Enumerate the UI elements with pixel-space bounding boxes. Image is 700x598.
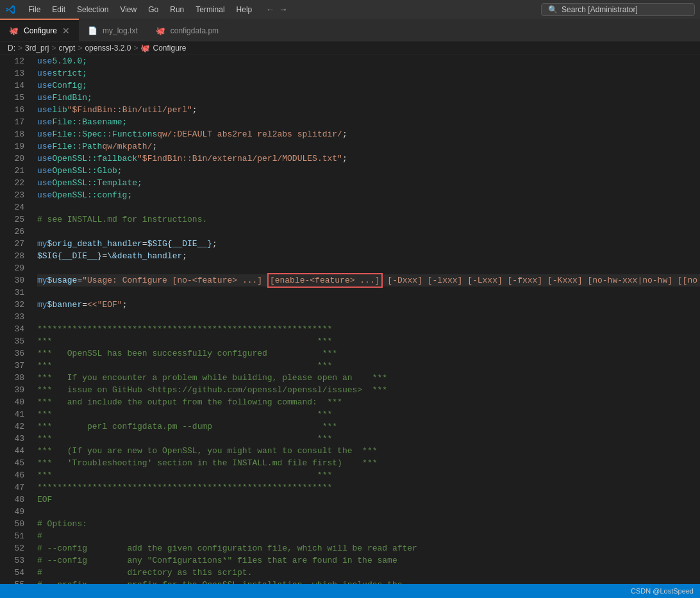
line-number-42: 42 (13, 420, 24, 433)
code-line-33 (37, 311, 700, 323)
line-numbers: 1213141516171819202122232425262728293031… (0, 55, 32, 584)
line-number-22: 22 (13, 177, 24, 189)
line-number-21: 21 (13, 165, 24, 177)
code-line-47: ****************************************… (37, 481, 700, 494)
line-number-43: 43 (13, 433, 24, 445)
code-line-21: use OpenSSL::Glob; (37, 165, 700, 177)
line-number-17: 17 (13, 116, 24, 128)
line-number-50: 50 (13, 518, 24, 530)
back-arrow[interactable]: ← (265, 3, 275, 16)
menu-edit[interactable]: Edit (47, 4, 71, 15)
line-number-25: 25 (13, 213, 24, 226)
code-line-45: *** 'Troubleshooting' section in the INS… (37, 457, 700, 469)
code-line-28: $SIG{__DIE__} = \&death_handler; (37, 250, 700, 262)
titlebar: File Edit Selection View Go Run Terminal… (0, 0, 700, 19)
code-line-48: EOF (37, 494, 700, 506)
menu-selection[interactable]: Selection (72, 4, 113, 15)
code-line-25: # see INSTALL.md for instructions. (37, 213, 700, 226)
crumb-icon: 🐙 (140, 44, 150, 53)
line-number-31: 31 (13, 287, 24, 299)
code-line-54: # directory as this script. (37, 567, 700, 579)
code-line-42: *** perl configdata.pm --dump *** (37, 420, 700, 433)
code-line-31 (37, 287, 700, 299)
line-number-46: 46 (13, 469, 24, 481)
crumb-3rdprj[interactable]: 3rd_prj (25, 44, 49, 53)
crumb-openssl[interactable]: openssl-3.2.0 (85, 44, 131, 53)
crumb-drive[interactable]: D: (8, 44, 15, 53)
line-number-51: 51 (13, 530, 24, 542)
line-number-13: 13 (13, 67, 24, 79)
line-number-54: 54 (13, 567, 24, 579)
menu-view[interactable]: View (115, 4, 142, 15)
code-line-43: *** *** (37, 433, 700, 445)
line-number-14: 14 (13, 79, 24, 92)
search-icon: 🔍 (548, 5, 558, 14)
line-number-15: 15 (13, 92, 24, 104)
line-number-34: 34 (13, 323, 24, 335)
menu-bar: File Edit Selection View Go Run Terminal… (23, 4, 257, 15)
code-line-52: # --config add the given configuration f… (37, 542, 700, 554)
line-number-12: 12 (13, 55, 24, 67)
line-number-45: 45 (13, 457, 24, 469)
line-number-20: 20 (13, 153, 24, 165)
line-number-36: 36 (13, 347, 24, 360)
tab-mylog[interactable]: 📄 my_log.txt (79, 19, 147, 41)
code-line-35: *** *** (37, 335, 700, 347)
code-line-30: my $usage="Usage: Configure [no-<feature… (37, 274, 700, 287)
line-number-38: 38 (13, 372, 24, 384)
editor: 1213141516171819202122232425262728293031… (0, 55, 700, 584)
tab-mylog-icon: 📄 (88, 26, 97, 35)
tab-configure[interactable]: 🐙 Configure ✕ (0, 19, 79, 41)
code-line-26 (37, 226, 700, 238)
menu-file[interactable]: File (23, 4, 46, 15)
menu-terminal[interactable]: Terminal (190, 4, 229, 15)
code-line-36: *** OpenSSL has been successfully config… (37, 347, 700, 360)
code-line-46: *** *** (37, 469, 700, 481)
line-number-33: 33 (13, 311, 24, 323)
code-line-34: ****************************************… (37, 323, 700, 335)
code-area[interactable]: use 5.10.0;use strict;use Config;use Fin… (32, 55, 700, 584)
crumb-crypt[interactable]: crypt (58, 44, 75, 53)
forward-arrow[interactable]: → (278, 3, 288, 16)
code-line-24 (37, 201, 700, 213)
line-number-30: 30 (13, 274, 24, 287)
line-number-52: 52 (13, 542, 24, 554)
line-number-18: 18 (13, 128, 24, 140)
code-line-20: use OpenSSL::fallback "$FindBin::Bin/ext… (37, 153, 700, 165)
code-line-23: use OpenSSL::config; (37, 189, 700, 201)
line-number-41: 41 (13, 408, 24, 420)
code-line-27: my $orig_death_handler = $SIG{__DIE__}; (37, 238, 700, 250)
code-line-37: *** *** (37, 360, 700, 372)
code-line-49 (37, 506, 700, 518)
menu-go[interactable]: Go (143, 4, 163, 15)
tab-mylog-label: my_log.txt (103, 26, 138, 35)
code-line-19: use File::Path qw/mkpath/; (37, 140, 700, 153)
line-number-27: 27 (13, 238, 24, 250)
line-number-32: 32 (13, 299, 24, 311)
navigation-arrows: ← → (265, 3, 288, 16)
status-bar: CSDN @LostSpeed (0, 584, 700, 598)
tab-configdata[interactable]: 🐙 configdata.pm (147, 19, 228, 41)
menu-help[interactable]: Help (231, 4, 258, 15)
line-number-49: 49 (13, 506, 24, 518)
code-line-16: use lib "$FindBin::Bin/util/perl"; (37, 104, 700, 116)
code-line-40: *** and include the output from the foll… (37, 396, 700, 408)
line-number-53: 53 (13, 554, 24, 567)
code-line-53: # --config any "Configurations*" files t… (37, 554, 700, 567)
code-line-50: # Options: (37, 518, 700, 530)
tab-bar: 🐙 Configure ✕ 📄 my_log.txt 🐙 configdata.… (0, 19, 700, 42)
menu-run[interactable]: Run (165, 4, 189, 15)
line-number-37: 37 (13, 360, 24, 372)
search-box[interactable]: 🔍 Search [Administrator] (541, 3, 695, 16)
line-number-35: 35 (13, 335, 24, 347)
code-line-18: use File::Spec::Functions qw/:DEFAULT ab… (37, 128, 700, 140)
line-number-40: 40 (13, 396, 24, 408)
line-number-29: 29 (13, 262, 24, 274)
crumb-configure[interactable]: Configure (153, 44, 186, 53)
code-line-51: # (37, 530, 700, 542)
line-number-26: 26 (13, 226, 24, 238)
tab-configure-icon: 🐙 (9, 26, 19, 35)
code-line-38: *** If you encounter a problem while bui… (37, 372, 700, 384)
tab-configure-close[interactable]: ✕ (62, 26, 70, 35)
code-line-13: use strict; (37, 67, 700, 79)
